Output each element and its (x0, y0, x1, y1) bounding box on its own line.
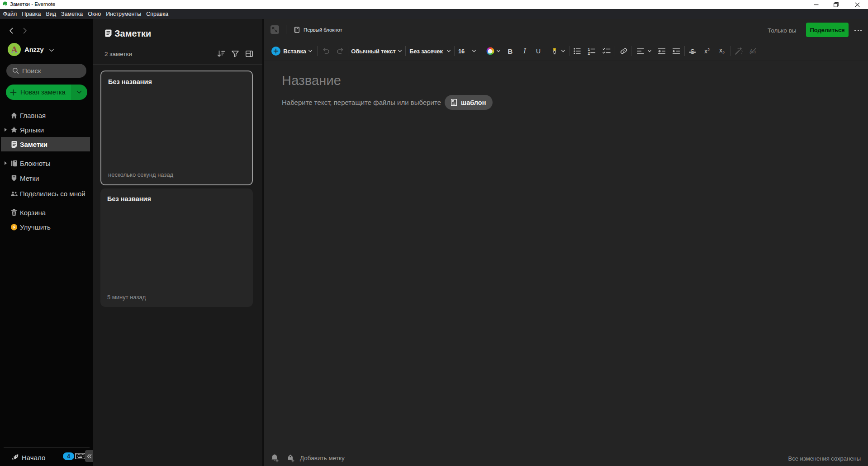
font-dropdown[interactable]: Без засечек (409, 48, 442, 55)
template-label: шаблон (461, 99, 486, 106)
note-card[interactable]: Без названия 5 минут назад (100, 188, 253, 307)
expand-caret-icon[interactable] (4, 127, 7, 132)
add-tag-icon[interactable] (286, 453, 296, 463)
text-style-disabled-icon[interactable]: A a (749, 47, 757, 55)
magic-wand-icon[interactable] (735, 47, 743, 55)
menu-window[interactable]: Окно (85, 9, 104, 19)
font-chevron-icon[interactable] (447, 50, 451, 52)
underline-icon[interactable]: U (536, 48, 541, 54)
search-input[interactable]: Поиск (6, 64, 86, 78)
size-chevron-icon[interactable] (472, 50, 476, 52)
note-body-input[interactable]: Наберите текст, перетащите файлы или выб… (282, 99, 441, 106)
sidebar-item-3[interactable]: Заметки (1, 137, 90, 151)
strikethrough-icon[interactable]: S (690, 48, 695, 55)
sidebar-item-1[interactable]: Главная (0, 108, 93, 122)
filter-icon[interactable] (231, 50, 239, 58)
redo-icon[interactable] (336, 48, 344, 55)
sidebar-item-4[interactable]: Блокноты (0, 156, 93, 170)
expand-caret-icon[interactable] (4, 161, 7, 165)
toolbar-divider (317, 46, 318, 56)
layout-icon[interactable] (245, 50, 253, 58)
sidebar-item-6[interactable]: Поделились со мной (0, 186, 93, 201)
new-note-dropdown[interactable] (71, 85, 87, 100)
notebook-breadcrumb[interactable]: Первый блокнот (294, 27, 342, 33)
share-button[interactable]: Поделиться (806, 23, 849, 37)
color-chevron-icon[interactable] (497, 50, 501, 52)
reminder-bell-icon[interactable] (270, 453, 280, 463)
align-chevron-icon[interactable] (648, 50, 652, 52)
menu-edit[interactable]: Правка (19, 9, 43, 19)
insert-button[interactable] (271, 47, 280, 56)
checklist-icon[interactable] (602, 47, 611, 55)
highlight-chevron-icon[interactable] (561, 50, 565, 52)
nav-back-icon[interactable] (8, 27, 14, 34)
highlight-icon[interactable] (551, 48, 558, 55)
menu-file[interactable]: Файл (0, 9, 19, 19)
template-doc-icon (451, 99, 457, 106)
keyboard-icon[interactable] (75, 452, 85, 460)
save-status: Все изменения сохранены (788, 455, 861, 462)
sidebar-item-5[interactable]: Метки (0, 171, 93, 185)
toolbar-divider (631, 46, 631, 56)
sidebar-footer-divider (4, 447, 90, 448)
evernote-logo-icon (2, 1, 8, 8)
evernote-window: Заметки - Evernote Файл Правка Вид Замет… (0, 0, 868, 466)
note-card-title: Без названия (108, 78, 152, 85)
close-button[interactable] (849, 0, 865, 9)
menu-view[interactable]: Вид (43, 9, 59, 19)
plus-icon (10, 89, 17, 96)
insert-chevron-icon[interactable] (308, 50, 313, 52)
expand-note-button[interactable] (270, 25, 279, 34)
font-size-dropdown[interactable]: 16 (458, 48, 465, 55)
sidebar-item-7[interactable]: Корзина (0, 205, 93, 220)
tag-icon (10, 174, 18, 182)
sidebar-item-2[interactable]: Ярлыки (0, 122, 93, 137)
people-icon (10, 190, 18, 197)
account-menu[interactable]: A Anzzy (8, 43, 54, 56)
nav-forward-icon[interactable] (22, 27, 28, 34)
collapse-sidebar-button[interactable] (85, 450, 93, 462)
minimize-button[interactable] (808, 0, 824, 9)
new-note-main[interactable]: Новая заметка (6, 85, 71, 100)
note-list-panel: Заметки 2 заметки (93, 19, 262, 466)
new-note-button[interactable]: Новая заметка (6, 85, 87, 100)
toolbar-divider (348, 46, 348, 56)
title-bar: Заметки - Evernote (0, 0, 868, 9)
note-title-input[interactable]: Название (282, 73, 341, 88)
notebook-name: Первый блокнот (304, 27, 342, 33)
insert-label[interactable]: Вставка (283, 48, 306, 55)
align-icon[interactable] (637, 48, 644, 54)
panel-divider (93, 64, 262, 65)
bulleted-list-icon[interactable] (573, 47, 581, 55)
note-card-time: 5 минут назад (107, 294, 146, 301)
sidebar-item-8[interactable]: Улучшить (0, 220, 93, 234)
numbered-list-icon[interactable]: 1 2 (588, 47, 596, 55)
indent-icon[interactable] (658, 48, 666, 54)
note-card[interactable]: Без названия несколько секунд назад (100, 71, 253, 185)
italic-icon[interactable]: I (523, 47, 526, 55)
bold-icon[interactable]: B (508, 48, 513, 55)
notebook-icon (294, 27, 300, 33)
menu-note[interactable]: Заметка (59, 9, 85, 19)
add-tag-label[interactable]: Добавить метку (300, 455, 345, 461)
format-toolbar: Вставка Обычный текст Без засечек 16 (264, 42, 868, 61)
sidebar-item-start[interactable]: Начало 4 (0, 451, 93, 465)
template-button[interactable]: шаблон (445, 95, 493, 110)
superscript-icon[interactable]: x2 (704, 48, 710, 55)
undo-icon[interactable] (322, 48, 330, 55)
maximize-button[interactable] (828, 0, 844, 9)
toolbar-divider (454, 46, 455, 56)
sort-icon[interactable] (217, 50, 225, 58)
subscript-icon[interactable]: x2 (719, 47, 725, 55)
sidebar-item-label: Поделились со мной (20, 190, 85, 198)
menu-tools[interactable]: Инструменты (104, 9, 144, 19)
header-divider (286, 25, 286, 34)
note-body-area: Наберите текст, перетащите файлы или выб… (282, 95, 493, 110)
text-style-dropdown[interactable]: Обычный текст (351, 48, 395, 55)
style-chevron-icon[interactable] (398, 50, 402, 52)
more-options-icon[interactable] (853, 26, 863, 34)
link-icon[interactable] (620, 47, 627, 55)
text-color-icon[interactable] (486, 47, 494, 55)
menu-help[interactable]: Справка (144, 9, 171, 19)
outdent-icon[interactable] (673, 48, 680, 54)
